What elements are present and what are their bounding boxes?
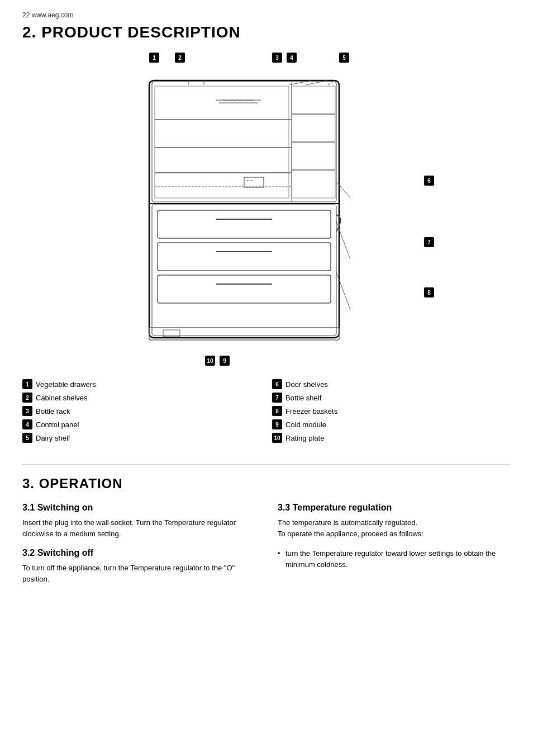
part-3: 3 Bottle rack (22, 406, 261, 416)
subsection-33-text: The temperature is automatically regulat… (278, 517, 511, 539)
part-9-label: Cold module (285, 420, 326, 429)
svg-line-34 (336, 271, 350, 310)
badge-4-legend: 4 (22, 419, 32, 429)
part-10: 10 Rating plate (272, 433, 511, 443)
bullet-1: turn the Temperature regulator toward lo… (278, 548, 511, 570)
section2-title-text: PRODUCT DESCRIPTION (41, 23, 241, 41)
part-1: 1 Vegetable drawers (22, 379, 261, 389)
parts-legend: 1 Vegetable drawers 2 Cabinet shelves 3 … (22, 379, 511, 446)
part-7-label: Bottle shelf (285, 394, 321, 402)
part-3-label: Bottle rack (36, 407, 70, 415)
part-2-label: Cabinet shelves (36, 394, 88, 402)
subsection-32-text: To turn off the appliance, turn the Temp… (22, 563, 255, 584)
product-diagram: 1 2 3 4 5 6 7 8 10 9 (99, 53, 434, 366)
badge-8: 8 (424, 287, 434, 297)
part-4-label: Control panel (36, 420, 79, 429)
badge-3-legend: 3 (22, 406, 32, 416)
operation-col-right: 3.3 Temperature regulation The temperatu… (278, 503, 511, 593)
parts-col-left: 1 Vegetable drawers 2 Cabinet shelves 3 … (22, 379, 261, 446)
badge-2-legend: 2 (22, 393, 32, 403)
part-2: 2 Cabinet shelves (22, 393, 261, 403)
part-4: 4 Control panel (22, 419, 261, 429)
part-6-label: Door shelves (285, 380, 328, 389)
part-10-label: Rating plate (285, 434, 324, 442)
badge-5: 5 (339, 53, 349, 63)
subsection-33-bullets: turn the Temperature regulator toward lo… (278, 548, 511, 570)
section3-title: 3. OPERATION (22, 476, 511, 492)
badge-9: 9 (220, 356, 230, 366)
badge-5-legend: 5 (22, 433, 32, 443)
svg-rect-18 (158, 210, 331, 238)
badge-4: 4 (287, 53, 297, 63)
subsection-31-text: Insert the plug into the wall socket. Tu… (22, 517, 255, 539)
badge-2: 2 (175, 53, 185, 63)
subsection-32-title: 3.2 Switching off (22, 548, 255, 558)
parts-col-right: 6 Door shelves 7 Bottle shelf 8 Freezer … (272, 379, 511, 446)
page-header: 22 www.aeg.com (22, 11, 511, 19)
part-9: 9 Cold module (272, 419, 511, 429)
badge-3: 3 (272, 53, 282, 63)
fridge-illustration (132, 69, 367, 355)
badge-8-legend: 8 (272, 406, 282, 416)
part-5: 5 Dairy shelf (22, 433, 261, 443)
section-divider (22, 464, 511, 465)
svg-rect-17 (152, 205, 336, 336)
subsection-31-title: 3.1 Switching on (22, 503, 255, 513)
badge-10: 10 (205, 356, 215, 366)
badge-6: 6 (424, 176, 434, 186)
svg-rect-22 (158, 275, 331, 303)
svg-line-32 (336, 181, 350, 198)
svg-rect-0 (149, 81, 339, 338)
svg-rect-13 (244, 177, 264, 187)
section3-num: 3. (22, 476, 35, 491)
section2-num: 2. (22, 23, 36, 41)
operation-section: 3. OPERATION 3.1 Switching on Insert the… (22, 476, 511, 593)
badge-1: 1 (149, 53, 159, 63)
operation-col-left: 3.1 Switching on Insert the plug into th… (22, 503, 255, 593)
operation-cols: 3.1 Switching on Insert the plug into th… (22, 503, 511, 593)
badge-1-legend: 1 (22, 379, 32, 389)
part-5-label: Dairy shelf (36, 434, 70, 442)
badge-10-legend: 10 (272, 433, 282, 443)
part-7: 7 Bottle shelf (272, 393, 511, 403)
part-6: 6 Door shelves (272, 379, 511, 389)
badge-6-legend: 6 (272, 379, 282, 389)
part-1-label: Vegetable drawers (36, 380, 96, 389)
section3-title-text: OPERATION (39, 476, 123, 491)
section2-title: 2. PRODUCT DESCRIPTION (22, 23, 511, 41)
part-8-label: Freezer baskets (285, 407, 337, 415)
badge-7-legend: 7 (272, 393, 282, 403)
badge-7: 7 (424, 237, 434, 247)
badge-9-legend: 9 (272, 419, 282, 429)
part-8: 8 Freezer baskets (272, 406, 511, 416)
subsection-33-title: 3.3 Temperature regulation (278, 503, 511, 513)
svg-rect-20 (158, 243, 331, 271)
svg-line-33 (336, 220, 350, 259)
